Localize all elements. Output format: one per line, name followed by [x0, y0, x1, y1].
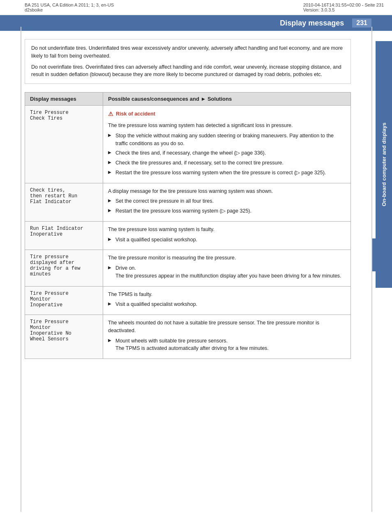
sidebar-label-text: On-board computer and displays: [381, 123, 387, 206]
table-cell-left-5: Tire Pressure Monitor Inoperative No Whe…: [25, 315, 103, 359]
table-row: Check tires, then restart Run Flat Indic…: [25, 183, 351, 221]
table-cell-right-0: ⚠ Risk of accidentThe tire pressure loss…: [103, 106, 351, 183]
header-left-line1: BA 251 USA, CA Edition A 2011; 1; 3, en-…: [25, 2, 114, 7]
intro-para1: Do not underinflate tires. Underinflated…: [31, 44, 344, 60]
table-cell-left-2: Run Flat Indicator Inoperative: [25, 221, 103, 250]
table-cell-left-1: Check tires, then restart Run Flat Indic…: [25, 183, 103, 221]
bullet-item: Restart the tire pressure loss warning s…: [108, 169, 346, 177]
table-cell-left-4: Tire Pressure Monitor Inoperative: [25, 286, 103, 315]
table-cell-right-2: The tire pressure loss warning system is…: [103, 221, 351, 250]
table-header-row: Display messages Possible causes/consequ…: [25, 93, 351, 106]
table-cell-right-4: The TPMS is faulty.Visit a qualified spe…: [103, 286, 351, 315]
table-row: Run Flat Indicator InoperativeThe tire p…: [25, 221, 351, 250]
col1-header: Display messages: [25, 93, 103, 106]
bullet-item: Stop the vehicle without making any sudd…: [108, 132, 346, 148]
row-intro-text: The tire pressure loss warning system ha…: [108, 122, 346, 130]
row-intro-text: The wheels mounted do not have a suitabl…: [108, 319, 346, 335]
table-cell-right-3: The tire pressure monitor is measuring t…: [103, 250, 351, 286]
page-header: BA 251 USA, CA Edition A 2011; 1; 3, en-…: [0, 0, 392, 15]
bullet-list: Visit a qualified specialist workshop.: [108, 236, 346, 244]
header-right-line1: 2010-04-16T14:31:55+02:00 - Seite 231: [303, 2, 384, 7]
table-cell-right-1: A display message for the tire pressure …: [103, 183, 351, 221]
page-title-bar: Display messages 231: [0, 15, 392, 31]
table-cell-right-5: The wheels mounted do not have a suitabl…: [103, 315, 351, 359]
sidebar-accent-bar: [372, 238, 376, 271]
bullet-list: Drive on. The tire pressures appear in t…: [108, 264, 346, 280]
header-right-line2: Version: 3.0.3.5: [303, 7, 384, 12]
bullet-item: Mount wheels with suitable tire pressure…: [108, 337, 346, 353]
bullet-item: Restart the tire pressure loss warning s…: [108, 207, 346, 215]
table-row: Tire Pressure Monitor Inoperative No Whe…: [25, 315, 351, 359]
row-intro-text: The tire pressure loss warning system is…: [108, 226, 346, 234]
table-row: Tire pressure displayed after driving fo…: [25, 250, 351, 286]
row-intro-text: A display message for the tire pressure …: [108, 187, 346, 195]
bullet-list: Visit a qualified specialist workshop.: [108, 301, 346, 308]
warning-triangle-icon: ⚠: [108, 110, 113, 118]
bullet-item: Check the tires and, if necessary, chang…: [108, 149, 346, 157]
risk-text: Risk of accident: [116, 110, 155, 118]
bullet-list: Stop the vehicle without making any sudd…: [108, 132, 346, 177]
intro-section: Do not underinflate tires. Underinflated…: [25, 39, 351, 84]
intro-para2: Do not overinflate tires. Overinflated t…: [31, 63, 344, 79]
page-number: 231: [352, 19, 371, 28]
table-row: Tire Pressure Monitor InoperativeThe TPM…: [25, 286, 351, 315]
bullet-item: Set the correct tire pressure in all fou…: [108, 197, 346, 205]
bullet-item: Drive on. The tire pressures appear in t…: [108, 264, 346, 280]
header-left: BA 251 USA, CA Edition A 2011; 1; 3, en-…: [25, 2, 114, 12]
table-cell-left-0: Tire Pressure Check Tires: [25, 106, 103, 183]
header-right: 2010-04-16T14:31:55+02:00 - Seite 231 Ve…: [303, 2, 384, 12]
row-intro-text: The tire pressure monitor is measuring t…: [108, 254, 346, 262]
table-cell-left-3: Tire pressure displayed after driving fo…: [25, 250, 103, 286]
table-row: Tire Pressure Check Tires⚠ Risk of accid…: [25, 106, 351, 183]
bullet-list: Mount wheels with suitable tire pressure…: [108, 337, 346, 353]
page-title: Display messages: [280, 19, 344, 28]
row-intro-text: The TPMS is faulty.: [108, 291, 346, 298]
bullet-item: Visit a qualified specialist workshop.: [108, 301, 346, 308]
col2-header: Possible causes/consequences and ► Solut…: [103, 93, 351, 106]
bullet-item: Check the tire pressures and, if necessa…: [108, 159, 346, 167]
header-left-line2: d2sboike: [25, 7, 114, 12]
bullet-item: Visit a qualified specialist workshop.: [108, 236, 346, 244]
main-content: Do not underinflate tires. Underinflated…: [0, 31, 376, 367]
left-border-line: [21, 27, 21, 512]
sidebar-label-container: On-board computer and displays: [376, 41, 392, 288]
risk-warning: ⚠ Risk of accident: [108, 110, 346, 118]
bullet-list: Set the correct tire pressure in all fou…: [108, 197, 346, 215]
display-messages-table: Display messages Possible causes/consequ…: [25, 92, 351, 359]
